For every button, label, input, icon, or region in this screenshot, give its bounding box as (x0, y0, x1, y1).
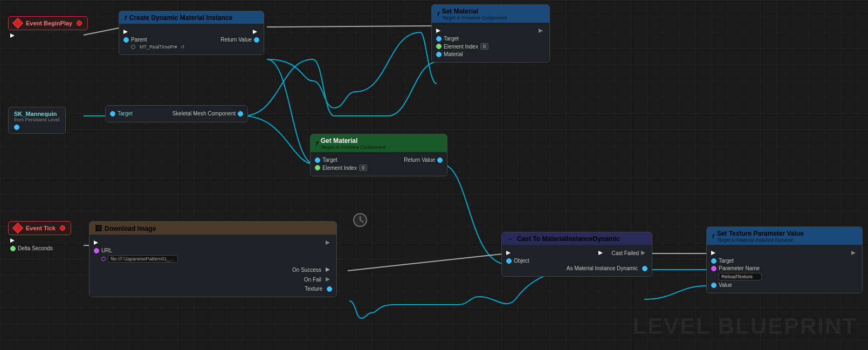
get-material-header: f Get Material Target is Primitive Compo… (311, 134, 447, 152)
set-material-target-row: Target (436, 36, 545, 42)
set-texture-header: f Set Texture Parameter Value Target is … (707, 227, 862, 245)
st-param-value-input[interactable]: ReloadTexture (719, 273, 762, 280)
parent-reset-icon[interactable]: ↺ (181, 44, 185, 50)
parent-empty-pin (131, 45, 135, 49)
cast-to-mid-node: ↔ Cast To MaterialInstanceDynamic Cast F… (501, 232, 652, 277)
event-tick-node: Event Tick Delta Seconds (8, 221, 71, 251)
cast-to-mid-header: ↔ Cast To MaterialInstanceDynamic (502, 232, 652, 245)
cast-as-mid-row: As Material Instance Dynamic (506, 265, 647, 271)
gm-element-pin (315, 165, 320, 170)
set-material-subtitle: Target is Primitive Component (442, 15, 507, 20)
gm-element-row: Element Index 0 (315, 164, 443, 171)
svg-marker-6 (10, 238, 15, 243)
url-value-display[interactable]: file:///:\JapanesePattern01_output.png (108, 255, 178, 263)
parent-value: MT_RealTimePr▾ (140, 44, 177, 50)
return-value-pin (254, 37, 259, 43)
tick-red-indicator (60, 225, 65, 231)
skeletal-mesh-out-label: Skeletal Mesh Component (173, 111, 236, 116)
set-material-title: Set Material (442, 8, 507, 15)
sm-material-pin (436, 52, 442, 57)
download-image-title: Download Image (105, 225, 156, 232)
func-icon2: f (437, 11, 439, 17)
svg-marker-13 (641, 251, 645, 255)
gm-return-label: Return Value (404, 157, 435, 163)
create-dynamic-material-node: f Create Dynamic Material Instance Paren… (119, 11, 264, 55)
gm-element-value[interactable]: 0 (359, 164, 367, 171)
texture-out-pin (327, 286, 332, 292)
sm-target-in-label: Target (118, 111, 133, 116)
set-texture-param-node: f Set Texture Parameter Value Target is … (706, 227, 863, 293)
st-param-name-label: Parameter Name (719, 265, 760, 271)
st-exec-out (851, 250, 858, 256)
url-label: URL (101, 248, 112, 253)
set-texture-subtitle: Target is Material Instance Dynamic (717, 237, 804, 243)
cast-icon: ↔ (507, 236, 513, 242)
download-image-body: URL file:///:\JapanesePattern01_output.p… (89, 235, 336, 297)
parent-value-row: MT_RealTimePr▾ ↺ (123, 44, 259, 50)
svg-marker-2 (123, 30, 128, 34)
svg-point-0 (354, 214, 367, 227)
svg-marker-4 (436, 29, 440, 33)
on-fail-exec (326, 276, 332, 283)
skeletal-mesh-row: Target Skeletal Mesh Component (110, 111, 243, 116)
texture-row: Texture (305, 286, 332, 292)
sm-material-label: Material (444, 51, 463, 57)
return-value-label: Return Value (221, 37, 252, 43)
on-success-label: On Success (292, 267, 321, 273)
url-row: URL (94, 248, 332, 253)
func-icon3: f (316, 140, 318, 147)
st-exec-row (711, 250, 858, 256)
skeletal-mesh-component-node: Target Skeletal Mesh Component (105, 105, 248, 122)
create-dynamic-exec-row (123, 29, 259, 35)
on-success-row: On Success (292, 266, 332, 273)
level-blueprint-watermark: LEVEL BLUEPRINT (632, 313, 857, 339)
st-value-label: Value (719, 282, 732, 288)
url-value-row: file:///:\JapanesePattern01_output.png (94, 255, 332, 263)
st-exec-in (711, 250, 718, 256)
exec-out-icon (10, 32, 17, 39)
sm-element-value[interactable]: 0 (480, 43, 488, 50)
tick-exec-out (10, 237, 17, 244)
cast-exec-out (598, 250, 605, 256)
func-icon4: f (712, 233, 714, 239)
st-target-row: Target (711, 258, 858, 264)
cast-as-mid-pin (642, 266, 647, 271)
on-fail-label: On Fail (304, 277, 321, 283)
svg-marker-5 (539, 29, 543, 33)
event-begin-play-title: Event BeginPlay (26, 20, 72, 26)
func-icon: f (125, 15, 127, 21)
st-target-pin (711, 258, 717, 264)
svg-marker-7 (94, 241, 98, 245)
parent-pin (123, 37, 129, 43)
cast-exec-row: Cast Failed (506, 250, 647, 256)
sm-target-in-pin (110, 111, 115, 116)
create-dynamic-title: Create Dynamic Material Instance (129, 14, 232, 22)
cast-object-row: Object (506, 258, 647, 264)
gm-element-label: Element Index (322, 165, 357, 171)
set-material-header: f Set Material Target is Primitive Compo… (432, 5, 549, 23)
get-material-subtitle: Target is Primitive Component (321, 145, 385, 150)
sm-exec-in (436, 28, 443, 34)
download-icon: 🖼 (95, 224, 102, 232)
sm-target-pin (436, 36, 442, 42)
dl-exec-out (326, 239, 332, 246)
set-texture-body: Target Parameter Name ReloadTexture Valu… (707, 245, 862, 293)
cast-failed-label: Cast Failed (611, 250, 639, 256)
create-dynamic-body: Parent Return Value MT_RealTimePr▾ ↺ (119, 24, 264, 54)
set-material-exec-row (436, 28, 545, 34)
set-material-material-row: Material (436, 51, 545, 57)
get-material-title: Get Material (321, 137, 385, 145)
st-value-row: Value (711, 282, 858, 288)
set-material-node: f Set Material Target is Primitive Compo… (431, 4, 550, 63)
sk-mannequin-title: SK_Mannequin (14, 111, 60, 117)
download-exec-row (94, 239, 332, 246)
sm-target-label: Target (444, 36, 459, 42)
sm-exec-out (539, 28, 545, 34)
delta-seconds-label: Delta Seconds (18, 245, 53, 251)
gm-return-pin (437, 157, 443, 163)
delta-seconds-pin (10, 246, 16, 251)
exec-in-icon (123, 29, 130, 35)
event-begin-play-node: Event BeginPlay (8, 16, 88, 39)
set-texture-title: Set Texture Parameter Value (717, 230, 804, 237)
cast-exec-in (506, 250, 513, 256)
